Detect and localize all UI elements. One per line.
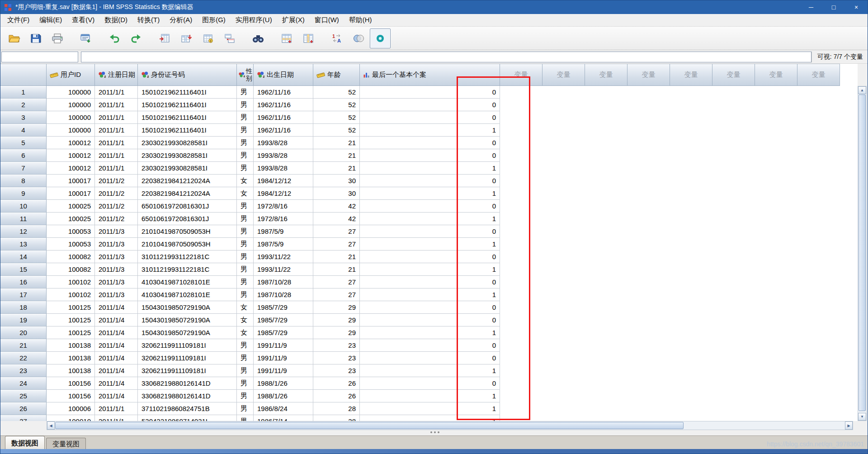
cell[interactable]: 女 [237, 314, 254, 326]
cell[interactable]: 41030419871028101E [138, 288, 237, 301]
cell[interactable]: 23 [313, 352, 360, 364]
cell[interactable]: 1 [360, 326, 500, 339]
cell[interactable]: 15010219621116401I [138, 86, 237, 99]
undo-button[interactable] [104, 28, 125, 48]
cell[interactable]: 1987/5/9 [254, 238, 313, 251]
row-number[interactable]: 14 [0, 251, 47, 263]
cell[interactable]: 男 [237, 288, 254, 301]
cell[interactable]: 100017 [47, 175, 95, 187]
cell[interactable]: 42 [313, 213, 360, 225]
row-number[interactable]: 22 [0, 352, 47, 364]
cell[interactable]: 0 [360, 111, 500, 124]
cell[interactable]: 100082 [47, 263, 95, 276]
row-number[interactable]: 15 [0, 263, 47, 276]
cell[interactable]: 100125 [47, 301, 95, 314]
cell[interactable]: 1984/12/12 [254, 175, 313, 187]
tab-data-view[interactable]: 数据视图 [5, 436, 45, 450]
cell[interactable]: 33068219880126141D [138, 377, 237, 390]
cell[interactable]: 27 [313, 276, 360, 288]
cell[interactable]: 1962/11/16 [254, 99, 313, 111]
cell[interactable]: 2011/1/3 [95, 251, 138, 263]
cell[interactable]: 男 [237, 149, 254, 162]
cell[interactable]: 41030419871028101E [138, 276, 237, 288]
cell[interactable]: 2011/1/4 [95, 352, 138, 364]
cell[interactable]: 65010619720816301J [138, 200, 237, 213]
column-header-placeholder-8[interactable]: 变量 [797, 64, 840, 86]
cell[interactable]: 100156 [47, 390, 95, 402]
goto-variable-button[interactable] [176, 28, 197, 48]
cell[interactable]: 1 [360, 364, 500, 377]
cell[interactable]: 100006 [47, 402, 95, 415]
menu-analyze[interactable]: 分析(A) [165, 14, 197, 26]
maximize-button[interactable]: □ [822, 0, 845, 14]
column-header-placeholder-3[interactable]: 变量 [585, 64, 627, 86]
cell[interactable]: 1 [360, 213, 500, 225]
cell[interactable]: 男 [237, 352, 254, 364]
cell[interactable]: 2011/1/1 [95, 137, 138, 149]
cell[interactable]: 1993/11/22 [254, 263, 313, 276]
cell[interactable]: 100025 [47, 200, 95, 213]
column-header-register-date[interactable]: a注册日期 [95, 64, 138, 86]
cell[interactable]: 27 [313, 288, 360, 301]
menu-utilities[interactable]: 实用程序(U) [231, 14, 277, 26]
cell[interactable]: 100125 [47, 314, 95, 326]
column-header-user-id[interactable]: 用户ID [47, 64, 95, 86]
row-number[interactable]: 25 [0, 390, 47, 402]
column-header-placeholder-4[interactable]: 变量 [627, 64, 670, 86]
row-number[interactable]: 23 [0, 364, 47, 377]
cell[interactable]: 2011/1/4 [95, 339, 138, 352]
cell[interactable]: 2011/1/2 [95, 200, 138, 213]
cell[interactable]: 2011/1/1 [95, 162, 138, 175]
row-number[interactable]: 3 [0, 111, 47, 124]
menu-help[interactable]: 帮助(H) [344, 14, 377, 26]
cell[interactable]: 1 [360, 238, 500, 251]
cell[interactable]: 男 [237, 415, 254, 421]
cell[interactable]: 0 [360, 339, 500, 352]
vertical-scrollbar[interactable]: ▲ ▼ [858, 86, 867, 421]
scroll-left-icon[interactable]: ◀ [47, 421, 55, 430]
cell[interactable]: 52 [313, 124, 360, 137]
cell[interactable]: 2011/1/2 [95, 187, 138, 200]
cell[interactable]: 2011/1/1 [95, 111, 138, 124]
cell[interactable]: 52 [313, 99, 360, 111]
cell[interactable]: 15043019850729190A [138, 314, 237, 326]
cell[interactable]: 100017 [47, 187, 95, 200]
cell[interactable]: 1 [360, 415, 500, 421]
scroll-down-icon[interactable]: ▼ [858, 413, 866, 421]
cell[interactable]: 2011/1/3 [95, 225, 138, 238]
cell[interactable]: 100010 [47, 415, 95, 421]
cell[interactable]: 100082 [47, 251, 95, 263]
cell[interactable]: 1991/11/9 [254, 352, 313, 364]
cell[interactable]: 1991/11/9 [254, 339, 313, 352]
cell[interactable]: 100012 [47, 162, 95, 175]
row-number[interactable]: 8 [0, 175, 47, 187]
cell[interactable]: 1962/11/16 [254, 86, 313, 99]
cell[interactable]: 30 [313, 175, 360, 187]
cell[interactable]: 65010619720816301J [138, 213, 237, 225]
cell[interactable]: 2011/1/4 [95, 301, 138, 314]
cell[interactable]: 26 [313, 390, 360, 402]
scroll-right-icon[interactable]: ▶ [845, 421, 853, 430]
cell[interactable]: 1986/8/24 [254, 402, 313, 415]
cell[interactable]: 1993/11/22 [254, 251, 313, 263]
cell[interactable]: 53042219860714031I [138, 415, 237, 421]
insert-variable-button[interactable] [298, 28, 319, 48]
close-button[interactable]: × [845, 0, 868, 14]
column-header-placeholder-6[interactable]: 变量 [712, 64, 755, 86]
cell[interactable]: 100000 [47, 111, 95, 124]
open-data-button[interactable] [4, 28, 24, 48]
cell[interactable]: 100102 [47, 276, 95, 288]
cell[interactable]: 100012 [47, 137, 95, 149]
cell[interactable]: 2011/1/4 [95, 326, 138, 339]
cell[interactable]: 2011/1/3 [95, 263, 138, 276]
cell[interactable]: 1972/8/16 [254, 213, 313, 225]
cell[interactable]: 1993/8/28 [254, 162, 313, 175]
cell[interactable]: 1 [360, 263, 500, 276]
row-number[interactable]: 16 [0, 276, 47, 288]
row-number[interactable]: 12 [0, 225, 47, 238]
cell[interactable]: 52 [313, 111, 360, 124]
cell[interactable]: 1 [360, 390, 500, 402]
column-header-birth-date[interactable]: a出生日期 [254, 64, 313, 86]
cell[interactable]: 男 [237, 263, 254, 276]
insert-cases-button[interactable] [276, 28, 297, 48]
